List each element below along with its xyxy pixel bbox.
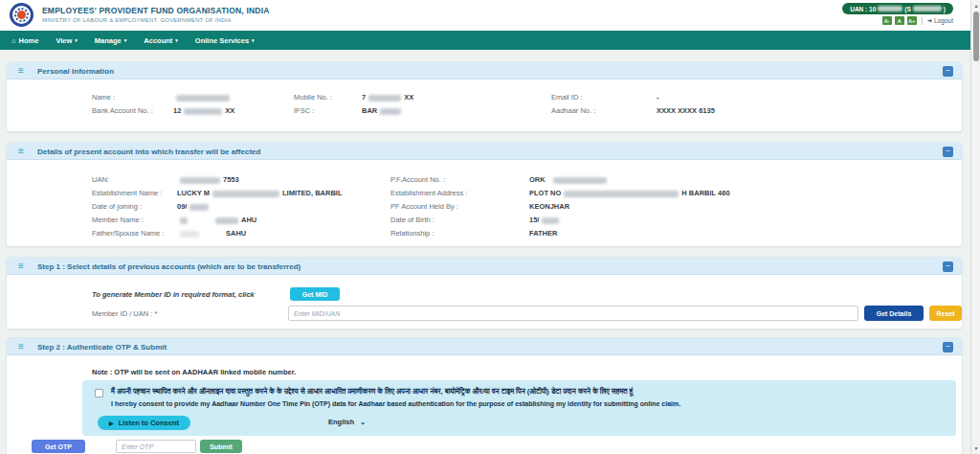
font-decrease-button[interactable]: A- (882, 16, 892, 25)
email-value: - (657, 93, 659, 102)
pf-account-label: P.F.Account No. : (390, 175, 445, 184)
member-name-value: AHU (177, 216, 256, 224)
relationship-label: Relationship : (390, 229, 434, 238)
nav-item-online-services[interactable]: Online Services ▾ (195, 36, 255, 45)
aadhaar-label: Aadhaar No. : (551, 106, 595, 115)
consent-text-english: I hereby consent to provide my Aadhaar N… (111, 400, 680, 407)
personal-information-header: ≡ Personal Information − (7, 62, 962, 79)
ifsc-value: BAR (362, 106, 404, 115)
epfo-logo-icon (10, 3, 33, 27)
org-subtitle: MINISTRY OF LABOUR & EMPLOYMENT, GOVERNM… (42, 17, 232, 23)
top-header-bar: EMPLOYEES' PROVIDENT FUND ORGANISATION, … (0, 0, 970, 31)
collapse-icon[interactable]: − (943, 342, 953, 352)
hamburger-icon: ≡ (18, 341, 24, 352)
submit-button[interactable]: Submit (200, 440, 242, 453)
scroll-down-icon[interactable]: ▼ (971, 443, 980, 453)
mobile-label: Mobile No. : (294, 93, 332, 102)
bank-account-label: Bank Account No. : (92, 106, 153, 115)
nav-item-home[interactable]: ⌂ Home (11, 36, 38, 45)
font-increase-button[interactable]: A+ (907, 16, 917, 25)
aadhaar-consent-box: मैं अपनी पहचान स्थापित करने और ऑनलाइन दा… (82, 380, 956, 436)
otp-note: Note : OTP will be sent on AADHAAR linke… (92, 368, 296, 376)
present-account-header: ≡ Details of present account into which … (7, 143, 962, 160)
get-mid-button[interactable]: Get MID (290, 287, 340, 301)
get-mid-hint: To generate Member ID in required format… (92, 290, 255, 299)
nav-home-label: Home (19, 36, 39, 45)
accessibility-toolbar: A- A A+ ➜ Logout (882, 16, 953, 25)
get-details-button[interactable]: Get Details (864, 306, 924, 321)
uan-redacted-1 (878, 6, 902, 11)
name-value (173, 93, 233, 102)
member-name-label: Member Name : (92, 216, 144, 224)
nav-account-label: Account (144, 36, 172, 45)
date-of-birth-label: Date of Birth : (390, 216, 434, 224)
section-title: Details of present account into which tr… (37, 148, 260, 156)
date-of-joining-label: Date of joining : (92, 202, 142, 211)
consent-checkbox[interactable] (95, 389, 103, 397)
vertical-scrollbar: ▲ ▼ (970, 0, 980, 454)
chevron-down-icon: ⌄ (360, 418, 366, 426)
uan-badge: UAN : 10 (S ) (842, 3, 953, 14)
uan-badge-text-mid: (S (904, 6, 911, 12)
nav-item-manage[interactable]: Manage ▾ (95, 36, 126, 45)
home-icon: ⌂ (11, 36, 16, 45)
date-of-joining-value: 09/ (177, 202, 212, 211)
establishment-name-label: Establishment Name : (92, 189, 162, 197)
uan-label: UAN: (92, 175, 109, 184)
nav-item-account[interactable]: Account ▾ (144, 36, 178, 45)
nav-manage-label: Manage (95, 36, 122, 45)
date-of-birth-value: 15/ (529, 216, 562, 224)
language-value: English (328, 418, 354, 426)
consent-text-hindi: मैं अपनी पहचान स्थापित करने और ऑनलाइन दा… (111, 387, 633, 397)
scrollbar-thumb[interactable] (973, 11, 979, 61)
uan-redacted-2 (913, 6, 942, 11)
father-spouse-label: Father/Spouse Name : (92, 229, 164, 238)
step1-header: ≡ Step 1 : Select details of previous ac… (7, 258, 962, 275)
hamburger-icon: ≡ (18, 146, 24, 157)
collapse-icon[interactable]: − (943, 261, 953, 272)
relationship-value: FATHER (529, 229, 557, 238)
font-normal-button[interactable]: A (895, 16, 904, 25)
otp-input[interactable] (116, 440, 196, 453)
uan-value: 7553 (177, 175, 239, 184)
aadhaar-value: XXXX XXXX 6135 (657, 106, 715, 115)
play-icon: ▶ (109, 420, 114, 426)
reset-button[interactable]: Reset (929, 306, 962, 321)
step2-panel: ≡ Step 2 : Authenticate OTP & Submit − N… (6, 337, 963, 454)
epfo-member-portal-page: EMPLOYEES' PROVIDENT FUND ORGANISATION, … (0, 0, 980, 454)
language-dropdown[interactable]: English ⌄ (328, 418, 366, 426)
listen-to-consent-button[interactable]: ▶ Listen to Consent (98, 416, 190, 430)
mobile-value: 7XX (362, 93, 413, 102)
uan-badge-text: UAN : 10 (850, 6, 876, 12)
name-label: Name : (92, 93, 115, 102)
get-otp-button[interactable]: Get OTP (32, 440, 85, 453)
collapse-icon[interactable]: − (943, 147, 953, 157)
step2-header: ≡ Step 2 : Authenticate OTP & Submit − (7, 338, 962, 355)
email-label: Email ID : (551, 93, 583, 102)
caret-down-icon: ▾ (175, 37, 178, 43)
logout-button[interactable]: ➜ Logout (927, 17, 953, 25)
pf-held-by-value: KEONJHAR (529, 202, 569, 211)
caret-down-icon: ▾ (252, 37, 255, 43)
uan-badge-text-end: ) (944, 6, 946, 12)
scroll-up-icon[interactable]: ▲ (971, 1, 980, 11)
hamburger-icon: ≡ (18, 65, 24, 77)
pf-account-value: ORK (529, 175, 610, 184)
father-spouse-value: SAHU (177, 229, 246, 238)
logout-icon: ➜ (927, 17, 932, 25)
section-title: Personal Information (37, 67, 114, 76)
collapse-icon[interactable]: − (943, 66, 953, 77)
establishment-address-label: Establishment Address : (390, 189, 467, 197)
bank-account-value: 12XX (173, 106, 234, 115)
section-title: Step 2 : Authenticate OTP & Submit (37, 343, 167, 352)
personal-information-panel: ≡ Personal Information − Name : Mobile N… (6, 61, 963, 132)
member-id-label: Member ID / UAN : * (92, 309, 157, 318)
nav-online-services-label: Online Services (195, 36, 249, 45)
listen-label: Listen to Consent (119, 419, 179, 427)
present-account-panel: ≡ Details of present account into which … (6, 142, 963, 247)
hamburger-icon: ≡ (18, 261, 24, 272)
nav-item-view[interactable]: View ▾ (56, 36, 77, 45)
section-title: Step 1 : Select details of previous acco… (37, 262, 301, 271)
establishment-address-value: PLOT NOH BARBIL 460 (529, 189, 730, 197)
member-id-input[interactable] (288, 306, 858, 321)
